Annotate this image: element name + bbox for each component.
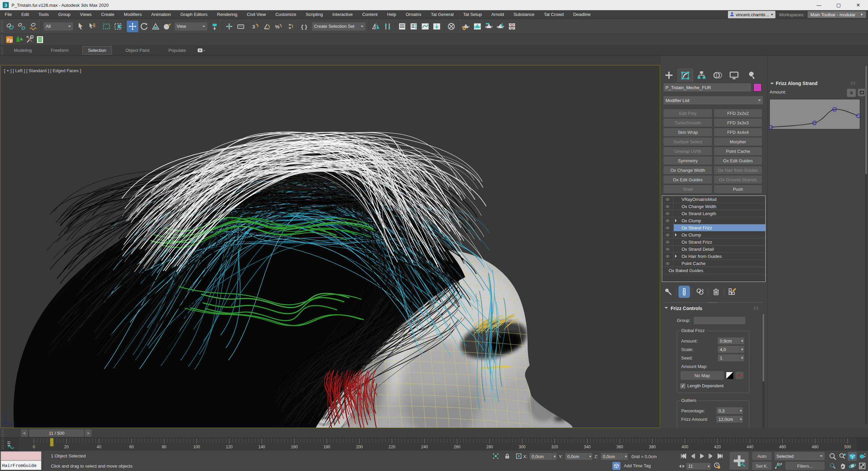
tab-freeform[interactable]: Freeform: [45, 46, 74, 54]
maximize-viewport-button[interactable]: [857, 462, 867, 470]
scale-spinner[interactable]: 4,0: [718, 346, 744, 353]
select-and-rotate-icon[interactable]: [138, 21, 150, 32]
menu-tat-setup[interactable]: Tat Setup: [458, 10, 487, 19]
auto-key-button[interactable]: Auto: [752, 452, 772, 460]
expand-arrow-icon[interactable]: [675, 219, 678, 222]
select-and-place-icon[interactable]: [161, 21, 173, 32]
key-mode-dropdown[interactable]: Selected: [774, 452, 825, 460]
seed-spinner[interactable]: 1: [718, 354, 744, 361]
render-production-icon[interactable]: [483, 21, 495, 32]
menu-scripting[interactable]: Scripting: [301, 10, 328, 19]
named-sets-dropdown[interactable]: Create Selection Set: [312, 22, 366, 30]
current-frame-field[interactable]: 11: [686, 463, 711, 470]
stack-row-ox-strand-frizz[interactable]: Ox Strand Frizz: [662, 239, 765, 246]
stack-row-vrayornatrixmod[interactable]: VRayOrnatrixMod: [662, 196, 765, 203]
stack-row-ox-strand-length[interactable]: Ox Strand Length: [662, 210, 765, 217]
percentage-spinner[interactable]: 0,3: [716, 407, 743, 414]
menu-create[interactable]: Create: [96, 10, 119, 19]
previous-frame-button[interactable]: [688, 452, 697, 460]
stack-row-ox-hair-from-guides[interactable]: Ox Hair from Guides: [662, 253, 765, 260]
modifier-button-ffd-4x4x4[interactable]: FFD 4x4x4: [714, 128, 762, 136]
pin-stack-icon[interactable]: [663, 286, 674, 298]
panel-tab-display[interactable]: [726, 68, 742, 82]
next-frame-button[interactable]: [706, 452, 715, 460]
modifier-button-ffd-3x3x3[interactable]: FFD 3x3x3: [714, 119, 762, 127]
panel-tab-create[interactable]: [661, 68, 677, 82]
align-icon[interactable]: [382, 21, 393, 32]
y-coordinate-field[interactable]: 0,0cm: [565, 453, 592, 460]
remove-modifier-icon[interactable]: [710, 286, 722, 298]
eye-icon[interactable]: [662, 246, 673, 252]
select-object-icon[interactable]: [75, 21, 86, 32]
forest-trees-icon[interactable]: [15, 35, 25, 45]
toolbar-drag-handle[interactable]: [1, 21, 3, 32]
modifier-button-ox-ground-strands[interactable]: Ox Ground Strands: [714, 176, 762, 184]
modifier-button-push[interactable]: Push: [714, 185, 762, 193]
stack-row-ox-clump[interactable]: Ox Clump: [662, 217, 765, 224]
panel-tab-motion[interactable]: [710, 68, 726, 82]
menu-content[interactable]: Content: [357, 10, 382, 19]
expand-arrow-icon[interactable]: [675, 254, 678, 258]
ribbon-drag-handle[interactable]: [1, 47, 3, 54]
z-coordinate-field[interactable]: 0,0cm: [601, 453, 628, 460]
zoom-all-button[interactable]: [838, 452, 847, 461]
eye-icon[interactable]: [662, 217, 673, 224]
modifier-button-turbosmooth[interactable]: TurboSmooth: [664, 119, 712, 127]
time-slider-frame-display[interactable]: 11 / 500: [29, 429, 84, 437]
ribbon-dd-icon[interactable]: [195, 45, 207, 56]
rendered-frame-window-icon[interactable]: [472, 21, 483, 32]
timeline-ruler[interactable]: 0204060801001201401601802002202402602803…: [19, 438, 856, 451]
modifier-button-ox-hair-from-guides[interactable]: Ox Hair from Guides: [714, 166, 762, 174]
modifier-list-dropdown[interactable]: Modifier List: [664, 96, 763, 104]
maxscript-mini-listener[interactable]: [1, 451, 41, 460]
percent-snap-icon[interactable]: %: [273, 21, 284, 32]
minimize-button[interactable]: —: [809, 0, 829, 10]
menu-file[interactable]: File: [0, 10, 17, 19]
panel-tab-utilities[interactable]: [743, 68, 758, 82]
absolute-offset-toggle-icon[interactable]: [515, 453, 522, 460]
expand-arrow-icon[interactable]: [675, 233, 678, 237]
menu-animation[interactable]: Animation: [146, 10, 176, 19]
modifier-button-surface-select[interactable]: Surface Select: [664, 138, 712, 146]
menu-substance[interactable]: Substance: [509, 10, 539, 19]
menu-tat-general[interactable]: Tat General: [426, 10, 458, 19]
panel-tab-modify[interactable]: [677, 68, 693, 82]
menu-ornatrix[interactable]: Ornatrix: [401, 10, 426, 19]
modifier-button-symmetry[interactable]: Symmetry: [664, 157, 712, 165]
eye-icon[interactable]: [662, 196, 673, 203]
select-and-manipulate-icon[interactable]: [223, 21, 235, 32]
object-color-swatch[interactable]: [753, 83, 762, 91]
group-field[interactable]: [694, 317, 745, 324]
selection-lock-icon[interactable]: [504, 453, 511, 460]
frizz-panel-title[interactable]: Frizz Along Strand: [776, 81, 817, 86]
maximize-button[interactable]: ▢: [829, 0, 848, 10]
frizz-panel-scrollbar[interactable]: [865, 65, 867, 424]
configure-modifier-sets-icon[interactable]: [726, 286, 738, 298]
no-map-button[interactable]: No Map: [680, 371, 724, 380]
eye-icon[interactable]: [662, 231, 673, 238]
curve-editor-icon[interactable]: [419, 21, 431, 32]
spinner-snap-icon[interactable]: [284, 21, 296, 32]
viewport-label[interactable]: [ + ] [ Left ] [ Standard ] [ Edged Face…: [4, 68, 81, 73]
eye-icon[interactable]: [662, 224, 673, 231]
schematic-view-icon[interactable]: [431, 21, 442, 32]
menu-arnold[interactable]: Arnold: [487, 10, 509, 19]
panel-tab-hierarchy[interactable]: [694, 68, 709, 82]
coord-system-dropdown[interactable]: View: [175, 22, 207, 30]
timeslider-handle-grip[interactable]: [2, 428, 4, 439]
itoo-list-icon[interactable]: [35, 35, 45, 45]
workspace-dropdown[interactable]: Main Toolbar - modular ▼: [808, 11, 866, 18]
next-frame-slider-button[interactable]: >: [85, 429, 92, 437]
rollout-collapse-arrow[interactable]: [665, 307, 668, 310]
maxscript-listener-line[interactable]: HairFromGuide: [1, 460, 41, 470]
modifier-button-edit-poly[interactable]: Edit Poly: [664, 109, 712, 117]
zoom-region-button[interactable]: [828, 462, 837, 470]
menu-views[interactable]: Views: [75, 10, 96, 19]
tab-modeling[interactable]: Modeling: [8, 46, 37, 54]
key-filters-icon[interactable]: [774, 462, 783, 471]
length-dependent-checkbox[interactable]: ✓: [680, 384, 685, 388]
render-presets-grid-icon[interactable]: [506, 21, 518, 32]
menu-deadline[interactable]: Deadline: [568, 10, 595, 19]
frizz-delete-button[interactable]: ✕: [847, 89, 856, 97]
rollout-title[interactable]: Frizz Controls: [671, 306, 702, 311]
